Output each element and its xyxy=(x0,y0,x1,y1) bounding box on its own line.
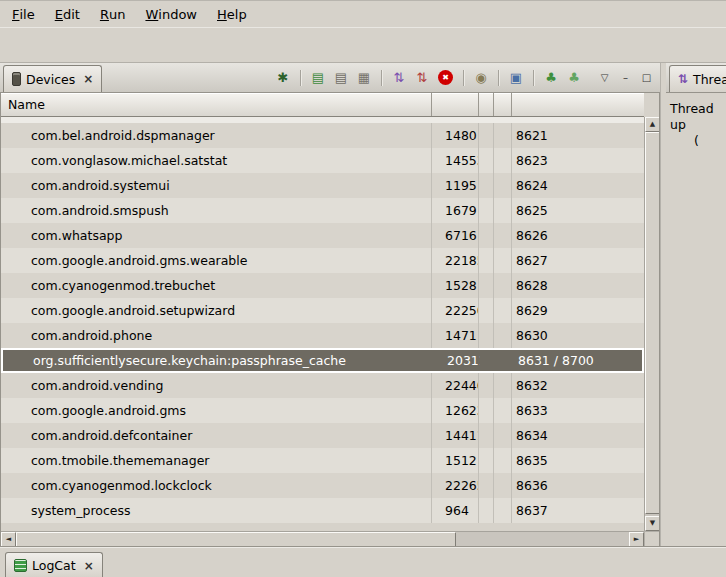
table-row[interactable]: com.tmobile.thememanager15128635 xyxy=(1,448,644,473)
toolbar-separator xyxy=(300,70,301,86)
pid-cell: 1528 xyxy=(431,273,478,298)
threads-icon: ⇅ xyxy=(678,72,688,86)
systrace-icon[interactable]: ♣ xyxy=(564,68,584,88)
table-row[interactable]: com.android.defcontainer144118634 xyxy=(1,423,644,448)
horizontal-scrollbar[interactable]: ◄ ► xyxy=(1,531,644,546)
empty-cell xyxy=(478,273,493,298)
panel-buttons: ▽–□ xyxy=(588,69,660,86)
empty-cell xyxy=(480,350,495,371)
empty-cell xyxy=(493,173,511,198)
pid-cell: 6716 xyxy=(431,223,478,248)
dump-hprof-icon[interactable]: ▤ xyxy=(331,68,351,88)
table-row[interactable]: com.android.systemui11958624 xyxy=(1,173,644,198)
table-row[interactable]: com.android.vending224408632 xyxy=(1,373,644,398)
horizontal-scroll-thumb[interactable] xyxy=(16,532,456,546)
tab-devices[interactable]: Devices × xyxy=(3,65,102,92)
tab-logcat-label: LogCat xyxy=(32,558,76,573)
menu-item-window[interactable]: Window xyxy=(135,1,207,27)
screen-capture-icon[interactable]: ◉ xyxy=(471,68,491,88)
table-row[interactable]: com.android.phone14718630 xyxy=(1,323,644,348)
table-row[interactable]: system_process9648637 xyxy=(1,498,644,523)
close-icon[interactable]: × xyxy=(83,72,93,86)
stop-process-icon[interactable]: ✖ xyxy=(438,70,453,85)
ui-hierarchy-icon[interactable]: ♣ xyxy=(541,68,561,88)
vertical-scroll-thumb[interactable] xyxy=(645,132,660,514)
right-arrow-icon: ► xyxy=(634,536,639,543)
table-row[interactable]: com.whatsapp67168626 xyxy=(1,223,644,248)
port-cell: 8629 xyxy=(511,298,644,323)
device-name-cell: com.tmobile.thememanager xyxy=(1,448,431,473)
devices-view: Devices × ✱▤▤▦⇅⇅✖◉▣♣♣ ▽–□ Name com.bel.a… xyxy=(0,63,660,546)
column-header-empty-2[interactable] xyxy=(493,93,511,116)
update-heap-icon[interactable]: ▤ xyxy=(308,68,328,88)
port-cell: 8636 xyxy=(511,473,644,498)
column-header-name[interactable]: Name xyxy=(1,93,431,116)
empty-cell xyxy=(493,423,511,448)
port-cell: 8633 xyxy=(511,398,644,423)
gc-icon[interactable]: ▦ xyxy=(354,68,374,88)
pid-cell: 22250 xyxy=(431,298,478,323)
pid-cell: 20311 xyxy=(433,350,480,371)
menu-item-run[interactable]: Run xyxy=(90,1,136,27)
scroll-up-button[interactable]: ▲ xyxy=(645,117,660,132)
debug-icon[interactable]: ✱ xyxy=(273,68,293,88)
port-cell: 8621 xyxy=(511,123,644,148)
empty-cell xyxy=(493,373,511,398)
table-row[interactable]: com.google.android.gms.wearable221858627 xyxy=(1,248,644,273)
menu-item-help[interactable]: Help xyxy=(207,1,257,27)
tab-logcat[interactable]: LogCat × xyxy=(5,552,103,577)
table-row[interactable]: org.sufficientlysecure.keychain:passphra… xyxy=(1,348,644,373)
table-row[interactable]: com.android.smspush16798625 xyxy=(1,198,644,223)
up-arrow-icon: ▲ xyxy=(650,121,655,128)
toolbar-separator xyxy=(463,70,464,86)
vertical-scrollbar[interactable]: ▲ ▼ xyxy=(644,117,659,531)
column-header-empty-1[interactable] xyxy=(478,93,493,116)
empty-cell xyxy=(493,448,511,473)
maximize-icon[interactable]: □ xyxy=(638,69,655,86)
device-name-cell: system_process xyxy=(1,498,431,523)
empty-cell xyxy=(478,473,493,498)
scrollbar-corner xyxy=(644,531,659,546)
scroll-left-button[interactable]: ◄ xyxy=(1,532,16,546)
scroll-down-button[interactable]: ▼ xyxy=(645,516,660,531)
table-row[interactable]: com.cyanogenmod.trebuchet15288628 xyxy=(1,273,644,298)
column-header-port[interactable] xyxy=(511,93,644,116)
empty-cell xyxy=(478,248,493,273)
port-cell: 8628 xyxy=(511,273,644,298)
threads-panel-header: ⇅ Threads xyxy=(666,63,726,93)
update-threads-icon[interactable]: ⇅ xyxy=(389,68,409,88)
device-name-cell: com.bel.android.dspmanager xyxy=(1,123,431,148)
threads-message: Thread up ( xyxy=(666,93,726,157)
tab-threads[interactable]: ⇅ Threads xyxy=(669,65,726,92)
close-icon[interactable]: × xyxy=(84,559,94,573)
empty-cell xyxy=(493,223,511,248)
menu-item-edit[interactable]: Edit xyxy=(45,1,90,27)
table-row[interactable]: com.vonglasow.michael.satstat145538623 xyxy=(1,148,644,173)
pid-cell: 22440 xyxy=(431,373,478,398)
view-menu-icon[interactable]: ▽ xyxy=(596,69,613,86)
empty-cell xyxy=(478,448,493,473)
column-header-pid[interactable] xyxy=(431,93,478,116)
empty-cell xyxy=(493,198,511,223)
method-profiling-icon[interactable]: ⇅ xyxy=(412,68,432,88)
table-row[interactable]: com.google.android.setupwizard222508629 xyxy=(1,298,644,323)
device-icon xyxy=(12,72,21,86)
main-area: Devices × ✱▤▤▦⇅⇅✖◉▣♣♣ ▽–□ Name com.bel.a… xyxy=(0,63,726,546)
port-cell: 8634 xyxy=(511,423,644,448)
table-row[interactable]: com.google.android.gms126238633 xyxy=(1,398,644,423)
scroll-right-button[interactable]: ► xyxy=(629,532,644,546)
device-name-cell: com.google.android.gms xyxy=(1,398,431,423)
empty-cell xyxy=(478,173,493,198)
port-cell: 8632 xyxy=(511,373,644,398)
layout-inspector-icon[interactable]: ▣ xyxy=(506,68,526,88)
device-name-cell: com.android.smspush xyxy=(1,198,431,223)
device-name-cell: com.android.phone xyxy=(1,323,431,348)
menu-item-file[interactable]: File xyxy=(2,1,45,27)
device-name-cell: org.sufficientlysecure.keychain:passphra… xyxy=(3,350,433,371)
table-row[interactable]: com.bel.android.dspmanager14808621 xyxy=(1,123,644,148)
port-cell: 8637 xyxy=(511,498,644,523)
table-row[interactable]: com.cyanogenmod.lockclock222658636 xyxy=(1,473,644,498)
minimize-icon[interactable]: – xyxy=(617,69,634,86)
port-cell: 8626 xyxy=(511,223,644,248)
empty-cell xyxy=(478,198,493,223)
